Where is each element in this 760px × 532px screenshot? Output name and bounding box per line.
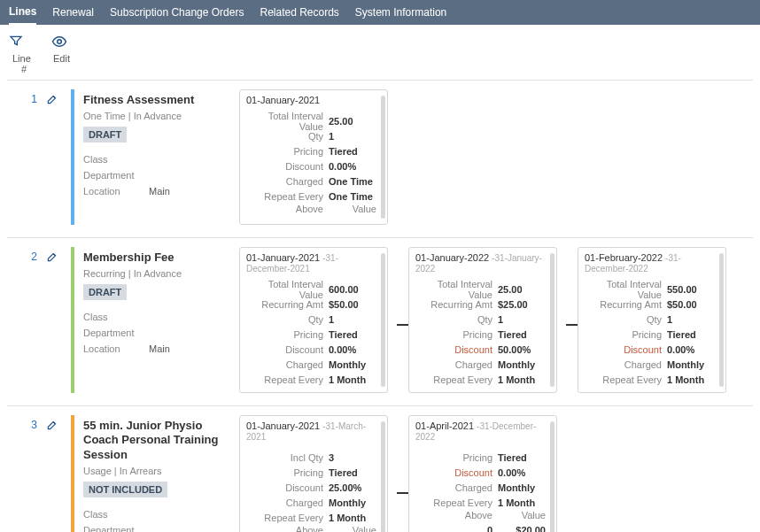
interval-card: 01-April-2021-31-December-2022PricingTie…: [408, 415, 557, 532]
tab-related-records[interactable]: Related Records: [260, 1, 338, 24]
card-row-value: 1: [667, 314, 718, 325]
tab-bar: Lines Renewal Subscription Change Orders…: [0, 0, 760, 25]
card-row-value: One Time: [329, 176, 380, 187]
card-scrollbar[interactable]: [550, 253, 554, 387]
line-number-link[interactable]: 2: [31, 247, 37, 393]
tab-change-orders[interactable]: Subscription Change Orders: [110, 1, 244, 24]
card-row-value: 1 Month: [329, 513, 380, 523]
field-label: Location: [83, 343, 149, 354]
edit-pencil-icon[interactable]: [46, 93, 71, 105]
tier-header-value: Value: [498, 510, 549, 525]
card-row-value: 1 Month: [498, 374, 549, 385]
product-subtitle: Recurring | In Advance: [83, 268, 227, 279]
card-scrollbar[interactable]: [550, 421, 554, 532]
card-scrollbar[interactable]: [381, 421, 385, 532]
edit-pencil-icon[interactable]: [46, 419, 71, 431]
card-row-label: Discount: [586, 344, 667, 355]
card-row-value: Monthly: [667, 359, 718, 370]
interval-card: 01-January-2021-31-December-2021Total In…: [239, 247, 388, 393]
line-number-link[interactable]: 3: [31, 415, 37, 532]
card-start-date: 01-January-2021: [246, 420, 320, 431]
card-row-value: 0.00%: [329, 344, 380, 355]
product-subtitle: Usage | In Arrears: [83, 466, 227, 476]
card-row-value: 0.00%: [667, 344, 718, 355]
toolbar: [0, 25, 760, 53]
field-label: Class: [83, 312, 149, 322]
card-row-label: Incl Qty: [247, 452, 329, 463]
card-row-value: Tiered: [329, 329, 380, 340]
tier-header-value: Value: [329, 204, 380, 219]
card-start-date: 01-January-2021: [246, 252, 320, 263]
card-row-value: 25.00: [329, 116, 380, 127]
filter-icon[interactable]: [9, 34, 25, 50]
status-badge: DRAFT: [83, 127, 127, 143]
card-row-value: Tiered: [498, 452, 549, 463]
card-row-value: 0.00%: [329, 161, 380, 172]
card-start-date: 01-January-2022: [415, 252, 489, 263]
card-connector: [397, 492, 409, 494]
card-row-label: Pricing: [247, 146, 329, 157]
line-row: 2Membership FeeRecurring | In AdvanceDRA…: [7, 237, 753, 405]
field-label: Class: [83, 509, 149, 520]
card-scrollbar[interactable]: [381, 96, 385, 219]
card-row-value: 1: [498, 314, 549, 325]
eye-icon[interactable]: [51, 34, 67, 50]
card-start-date: 01-January-2021: [246, 95, 320, 105]
card-row-label: Recurring Amt: [416, 299, 498, 310]
card-row-label: Charged: [416, 359, 498, 370]
card-row-label: Pricing: [416, 329, 498, 340]
header-line-number: Line #: [9, 53, 27, 74]
card-row-label: Recurring Amt: [586, 299, 667, 310]
card-row-value: $50.00: [329, 299, 380, 310]
field-value: Main: [149, 186, 170, 197]
card-scrollbar[interactable]: [381, 253, 385, 387]
tier-header-value: Value: [329, 525, 380, 532]
card-row-value: $25.00: [498, 299, 549, 310]
card-start-date: 01-February-2022: [585, 252, 663, 263]
card-connector: [566, 324, 578, 326]
card-row-label: Discount: [416, 344, 498, 355]
card-scrollbar[interactable]: [719, 253, 724, 387]
tab-lines[interactable]: Lines: [9, 0, 36, 25]
edit-pencil-icon[interactable]: [46, 251, 71, 263]
interval-card: 01-January-2021Total Interval Value25.00…: [239, 89, 388, 225]
field-label: Class: [83, 154, 149, 165]
card-row-label: Total Interval Value: [416, 279, 498, 300]
card-row-label: Discount: [247, 161, 329, 172]
card-row-value: 600.00: [329, 284, 380, 295]
lines-container: 1Fitness AssessmentOne Time | In Advance…: [0, 80, 760, 532]
card-row-value: One Time: [329, 191, 380, 202]
line-number-link[interactable]: 1: [31, 89, 37, 225]
tier-header-above: Above: [247, 525, 329, 532]
tier-header-above: Above: [247, 204, 329, 219]
card-row-value: Monthly: [498, 482, 549, 493]
tab-system-info[interactable]: System Information: [355, 1, 446, 24]
product-subtitle: One Time | In Advance: [83, 111, 227, 121]
product-column: 55 min. Junior Physio Coach Personal Tra…: [71, 415, 234, 532]
card-row-label: Qty: [586, 314, 667, 325]
card-row-value: Tiered: [498, 329, 549, 340]
card-row-label: Repeat Every: [247, 513, 329, 523]
field-label: Department: [83, 525, 149, 532]
tier-above: 0: [416, 525, 498, 532]
card-row-value: 3: [329, 452, 380, 463]
tier-header-above: Above: [416, 510, 498, 525]
card-row-label: Charged: [416, 482, 498, 493]
cards-column: 01-January-2021-31-March-2021Incl Qty3Pr…: [239, 415, 753, 532]
card-row-label: Qty: [247, 131, 329, 142]
card-connector: [397, 324, 409, 326]
cards-column: 01-January-2021Total Interval Value25.00…: [239, 89, 753, 225]
card-row-value: 1 Month: [667, 374, 718, 385]
card-row-label: Pricing: [247, 467, 329, 478]
card-row-value: $50.00: [667, 299, 718, 310]
card-row-label: Total Interval Value: [247, 279, 329, 300]
card-row-value: 25.00%: [329, 482, 380, 493]
status-badge: DRAFT: [83, 284, 127, 300]
line-row: 355 min. Junior Physio Coach Personal Tr…: [7, 405, 753, 532]
card-row-label: Charged: [247, 176, 329, 187]
product-column: Fitness AssessmentOne Time | In AdvanceD…: [71, 89, 234, 225]
card-row-value: Tiered: [329, 467, 380, 478]
field-label: Location: [83, 186, 149, 197]
card-row-label: Discount: [416, 467, 498, 478]
tab-renewal[interactable]: Renewal: [52, 1, 94, 24]
